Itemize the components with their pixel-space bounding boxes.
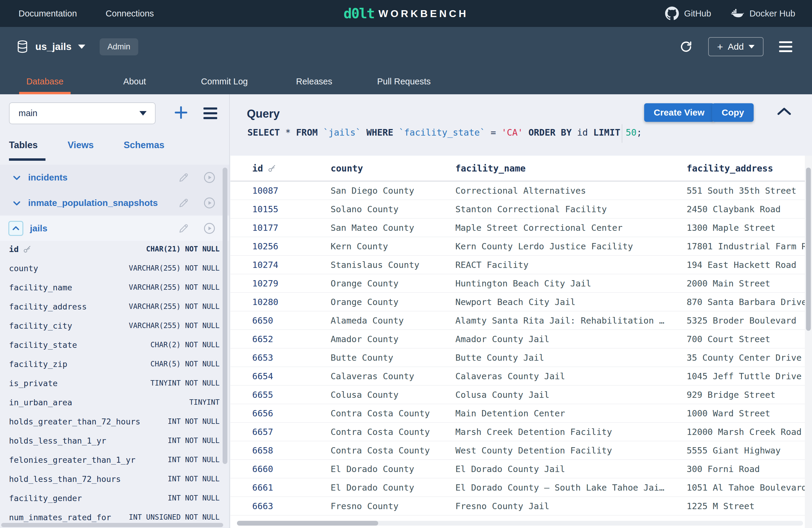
cell-facility-name: Correctional Alternatives	[455, 186, 687, 196]
github-label: GitHub	[684, 9, 711, 18]
cell-county: El Dorado County	[331, 464, 455, 474]
refresh-icon[interactable]	[680, 40, 693, 53]
run-table-icon[interactable]	[203, 197, 215, 209]
results-header-label: facility_address	[687, 163, 773, 174]
table-row[interactable]: 6654Calaveras CountyCalaveras County Jai…	[230, 367, 812, 386]
table-row[interactable]: 10087San Diego CountyCorrectional Altern…	[230, 181, 812, 200]
edit-table-icon[interactable]	[178, 172, 189, 183]
cell-facility-address: 5325 Broder Boulevard	[687, 315, 812, 326]
edit-table-icon[interactable]	[178, 198, 189, 208]
sidebar-tab-views[interactable]: Views	[68, 140, 93, 151]
cell-county: Contra Costa County	[331, 427, 455, 437]
nav-link-documentation[interactable]: Documentation	[18, 9, 77, 18]
cell-county: Stanislaus County	[331, 260, 455, 270]
cell-facility-name: El Dorado County Jail	[455, 464, 687, 474]
cell-county: Alameda County	[331, 315, 455, 326]
sql-token-plain	[523, 127, 528, 138]
cell-facility-name: Kern County Lerdo Justice Facility	[455, 241, 687, 252]
sql-query-text[interactable]: SELECT * FROM `jails` WHERE `facility_st…	[247, 127, 642, 138]
table-row[interactable]: 10279Orange CountyHuntington Beach City …	[230, 274, 812, 293]
table-row-inmate-population-snapshots[interactable]: inmate_population_snapshots	[0, 190, 229, 215]
column-name: felonies_greater_than_1_yr	[9, 455, 135, 465]
database-name[interactable]: us_jails	[35, 41, 72, 52]
column-row-hold-less-than-72-hours: hold_less_than_72_hoursINT NOT NULL	[9, 469, 220, 488]
column-type: INT UNSIGNED NOT NULL	[129, 513, 220, 522]
table-row[interactable]: 10274Stanislaus CountyREACT Facility194 …	[230, 256, 812, 274]
column-row-holds-less-than-1-yr: holds_less_than_1_yrINT NOT NULL	[9, 431, 220, 450]
table-row[interactable]: 6663Fresno CountyFresno County Jail1225 …	[230, 497, 812, 515]
tab-commit-log[interactable]: Commit Log	[179, 69, 269, 94]
table-row[interactable]: 6658Contra Costa CountyWest County Deten…	[230, 441, 812, 460]
sidebar-horizontal-scrollbar[interactable]	[1, 523, 223, 527]
table-name-label: incidents	[28, 172, 68, 183]
table-row[interactable]: 6652Amador CountyAmador County Jail700 C…	[230, 330, 812, 348]
tab-about[interactable]: About	[90, 69, 179, 94]
cell-county: Kern County	[331, 241, 455, 252]
cell-county: Contra Costa County	[331, 445, 455, 456]
results-horizontal-scrollbar-track[interactable]	[237, 521, 803, 526]
table-row[interactable]: 10177San Mateo CountyMaple Street Correc…	[230, 218, 812, 237]
table-row-incidents[interactable]: incidents	[0, 165, 229, 190]
tab-releases[interactable]: Releases	[269, 69, 359, 94]
table-row-actions	[178, 197, 215, 209]
cell-facility-name: Newport Beach City Jail	[455, 297, 687, 307]
results-header-facility-name[interactable]: facility_name	[455, 163, 687, 174]
column-type: CHAR(5) NOT NULL	[150, 360, 220, 368]
database-caret-icon[interactable]	[78, 45, 85, 49]
results-header-id[interactable]: id	[252, 163, 331, 174]
branch-selector[interactable]: main	[9, 102, 156, 124]
cell-county: Solano County	[331, 204, 455, 214]
results-header-county[interactable]: county	[331, 163, 455, 174]
tab-database[interactable]: Database	[0, 69, 90, 94]
docker-hub-link[interactable]: Docker Hub	[730, 8, 795, 19]
create-view-button[interactable]: Create View	[644, 103, 714, 122]
branch-name: main	[18, 108, 38, 118]
cell-facility-name: Marsh Creek Detention Facility	[455, 427, 687, 437]
branch-menu-icon[interactable]	[203, 108, 217, 119]
column-row-felonies-greater-than-1-yr: felonies_greater_than_1_yrINT NOT NULL	[9, 450, 220, 469]
table-row[interactable]: 6655Colusa CountyColusa County Jail929 B…	[230, 386, 812, 404]
top-nav-links: DocumentationConnections	[18, 0, 154, 27]
sidebar-tab-schemas[interactable]: Schemas	[124, 140, 164, 151]
results-vertical-scrollbar-thumb[interactable]	[806, 168, 811, 331]
docker-hub-label: Docker Hub	[750, 9, 795, 18]
table-row[interactable]: 10280Orange CountyNewport Beach City Jai…	[230, 293, 812, 311]
cell-id: 6663	[252, 501, 331, 511]
sidebar-vertical-scrollbar[interactable]	[222, 168, 227, 464]
github-link[interactable]: GitHub	[665, 6, 711, 20]
query-divider	[622, 124, 622, 143]
nav-link-connections[interactable]: Connections	[106, 9, 154, 18]
chevron-down-icon[interactable]	[12, 173, 21, 182]
add-branch-icon[interactable]	[173, 104, 189, 120]
sidebar-tab-tables[interactable]: Tables	[9, 140, 38, 151]
tab-pull-requests[interactable]: Pull Requests	[359, 69, 449, 94]
add-button[interactable]: + Add	[708, 37, 764, 56]
column-row-facility-zip: facility_zipCHAR(5) NOT NULL	[9, 354, 220, 373]
cell-county: Butte County	[331, 353, 455, 363]
column-type: VARCHAR(255) NOT NULL	[129, 322, 220, 330]
collapse-query-icon[interactable]	[777, 107, 791, 115]
edit-table-icon[interactable]	[178, 223, 189, 234]
table-row[interactable]: 10256Kern CountyKern County Lerdo Justic…	[230, 237, 812, 256]
table-row-jails[interactable]: jails	[0, 215, 229, 241]
chevron-down-icon[interactable]	[12, 198, 21, 208]
table-row[interactable]: 6657Contra Costa CountyMarsh Creek Deten…	[230, 423, 812, 441]
copy-button[interactable]: Copy	[712, 103, 754, 122]
results-vertical-scrollbar-track[interactable]	[805, 156, 812, 528]
results-header-facility-address[interactable]: facility_address	[687, 163, 812, 174]
cell-facility-address: 1051 Al Tahoe Boulevard	[687, 483, 812, 493]
column-type: TINYINT	[189, 398, 220, 406]
menu-icon[interactable]	[779, 41, 792, 52]
table-row[interactable]: 6661El Dorado CountyEl Dorado County – S…	[230, 478, 812, 497]
table-row[interactable]: 6660El Dorado CountyEl Dorado County Jai…	[230, 460, 812, 478]
results-horizontal-scrollbar-thumb[interactable]	[237, 521, 378, 526]
table-row[interactable]: 6653Butte CountyButte County Jail35 Coun…	[230, 348, 812, 367]
table-row[interactable]: 6650Alameda CountyAlamty Santa Rita Jail…	[230, 311, 812, 330]
chevron-up-icon[interactable]	[9, 221, 23, 236]
run-table-icon[interactable]	[203, 172, 215, 184]
run-table-icon[interactable]	[203, 223, 215, 234]
table-row-actions	[178, 172, 215, 184]
table-row[interactable]: 6656Contra Costa CountyMain Detention Ce…	[230, 404, 812, 423]
database-header-row: us_jails Admin + Add	[0, 27, 812, 67]
table-row[interactable]: 10155Solano CountyStanton Correctional F…	[230, 200, 812, 218]
